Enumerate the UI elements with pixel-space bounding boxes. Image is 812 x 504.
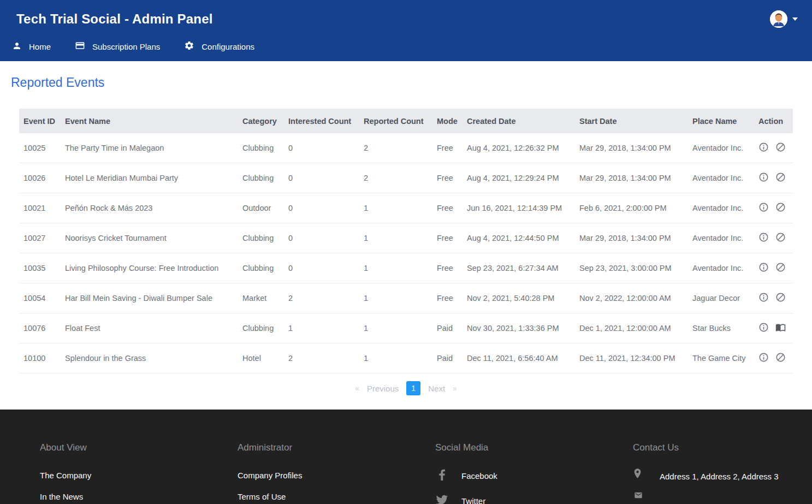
footer-link[interactable]: Terms of Use	[238, 490, 435, 504]
footer-about-column: About View The CompanyIn the NewsWork wi…	[40, 442, 238, 504]
social-link-facebook[interactable]: Facebook	[435, 469, 633, 483]
footer-link[interactable]: The Company	[40, 469, 238, 483]
cell-mode: Free	[432, 133, 463, 163]
cell-interested-count: 0	[284, 193, 359, 223]
cell-event-name: Peñón Rock & Más 2023	[61, 193, 238, 223]
footer-social-column: Social Media Facebook Twitter	[435, 442, 633, 504]
footer-admin-heading: Administrator	[238, 442, 435, 453]
cell-event-id: 10021	[19, 193, 61, 223]
first-page-arrow[interactable]: «	[355, 384, 359, 393]
cell-reported-count: 2	[359, 163, 432, 193]
cell-interested-count: 1	[284, 313, 359, 343]
cell-created-date: Nov 2, 2021, 5:40:28 PM	[463, 283, 575, 313]
block-icon	[775, 202, 786, 212]
social-label[interactable]: Twitter	[461, 496, 485, 504]
footer-social-heading: Social Media	[435, 442, 633, 453]
cell-action	[754, 163, 793, 193]
twitter-icon[interactable]	[435, 494, 448, 504]
nav-label: Subscription Plans	[92, 42, 160, 51]
cell-place-name: Star Bucks	[688, 313, 754, 343]
cell-mode: Free	[432, 223, 463, 253]
cell-event-name: Hotel Le Meridian Mumbai Party	[61, 163, 238, 193]
col-place-name: Place Name	[688, 109, 754, 133]
nav-item-home[interactable]: Home	[12, 41, 51, 52]
col-action: Action	[754, 109, 793, 133]
facebook-icon[interactable]	[435, 469, 448, 483]
cell-category: Clubbing	[238, 223, 284, 253]
nav-item-subscription-plans[interactable]: Subscription Plans	[75, 40, 160, 52]
cell-place-name: Jaguar Decor	[688, 283, 754, 313]
col-mode: Mode	[432, 109, 463, 133]
table-row: 10026 Hotel Le Meridian Mumbai Party Clu…	[19, 163, 793, 193]
user-menu[interactable]	[770, 10, 798, 28]
col-event-name: Event Name	[61, 109, 238, 133]
next-page-button[interactable]: Next	[428, 384, 445, 393]
social-label[interactable]: Facebook	[461, 471, 497, 481]
block-icon	[775, 292, 786, 303]
cell-start-date: Dec 11, 2021, 12:34:00 PM	[575, 343, 688, 373]
info-icon[interactable]	[758, 322, 769, 334]
last-page-arrow[interactable]: »	[453, 384, 457, 393]
cell-interested-count: 0	[284, 223, 359, 253]
cell-start-date: Mar 29, 2018, 1:34:00 PM	[575, 223, 688, 253]
secondary-action-icon[interactable]	[775, 322, 786, 334]
info-icon[interactable]	[758, 142, 769, 154]
table-row: 10100 Splendour in the Grass Hotel 2 1 P…	[19, 343, 793, 373]
info-icon[interactable]	[758, 232, 769, 244]
cell-interested-count: 2	[284, 283, 359, 313]
secondary-action-icon[interactable]	[775, 172, 786, 184]
nav-item-configurations[interactable]: Configurations	[184, 40, 254, 52]
info-icon[interactable]	[758, 262, 769, 274]
current-page-button[interactable]: 1	[406, 381, 420, 395]
footer-contact-heading: Contact Us	[633, 442, 812, 453]
cell-place-name: Aventador Inc.	[688, 253, 754, 283]
cell-reported-count: 1	[359, 223, 432, 253]
cell-reported-count: 1	[359, 343, 432, 373]
contact-address-row: Address 1, Address 2, Address 3	[633, 469, 812, 487]
table-row: 10054 Har Bill Mein Saving - Diwali Bump…	[19, 283, 793, 313]
cell-start-date: Dec 1, 2021, 12:00:00 AM	[575, 313, 688, 343]
cell-category: Hotel	[238, 343, 284, 373]
secondary-action-icon[interactable]	[775, 352, 786, 364]
info-icon[interactable]	[758, 202, 769, 214]
info-icon[interactable]	[758, 352, 769, 364]
col-created-date: Created Date	[463, 109, 575, 133]
footer-link[interactable]: In the News	[40, 490, 238, 504]
contact-address: Address 1, Address 2, Address 3	[660, 472, 779, 481]
secondary-action-icon[interactable]	[775, 202, 786, 214]
cell-action	[754, 133, 793, 163]
social-link-twitter[interactable]: Twitter	[435, 494, 633, 504]
chevron-down-icon[interactable]	[792, 17, 798, 21]
cell-event-id: 10054	[19, 283, 61, 313]
secondary-action-icon[interactable]	[775, 232, 786, 244]
table-header-row: Event ID Event Name Category Interested …	[19, 109, 793, 133]
table-row: 10027 Noorisys Cricket Tournament Clubbi…	[19, 223, 793, 253]
cell-event-id: 10076	[19, 313, 61, 343]
secondary-action-icon[interactable]	[775, 262, 786, 274]
cell-created-date: Aug 4, 2021, 12:29:24 PM	[463, 163, 575, 193]
secondary-action-icon[interactable]	[775, 142, 786, 154]
cell-place-name: Aventador Inc.	[688, 163, 754, 193]
cell-reported-count: 1	[359, 193, 432, 223]
info-icon[interactable]	[758, 172, 769, 184]
footer-link[interactable]: Company Profiles	[238, 469, 435, 483]
avatar[interactable]	[770, 10, 787, 28]
block-icon	[775, 142, 786, 152]
secondary-action-icon[interactable]	[775, 292, 786, 304]
person-icon	[12, 41, 22, 52]
cell-action	[754, 223, 793, 253]
cell-place-name: Aventador Inc.	[688, 193, 754, 223]
cell-event-id: 10027	[19, 223, 61, 253]
cell-event-name: Har Bill Mein Saving - Diwali Bumper Sal…	[61, 283, 238, 313]
book-icon	[775, 322, 786, 333]
info-icon[interactable]	[758, 292, 769, 304]
previous-page-button[interactable]: Previous	[367, 384, 399, 393]
reported-events-table: Event ID Event Name Category Interested …	[19, 109, 793, 373]
cell-created-date: Nov 30, 2021, 1:33:36 PM	[463, 313, 575, 343]
cell-mode: Free	[432, 253, 463, 283]
block-icon	[775, 262, 786, 272]
app-title: Tech Trial Social - Admin Panel	[16, 11, 213, 27]
footer: About View The CompanyIn the NewsWork wi…	[0, 410, 812, 504]
col-interested-count: Interested Count	[284, 109, 359, 133]
cell-action	[754, 253, 793, 283]
